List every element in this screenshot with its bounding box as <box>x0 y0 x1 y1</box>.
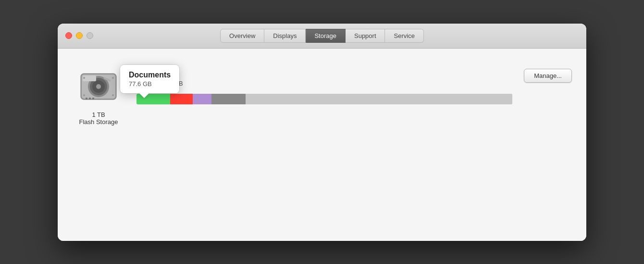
manage-button-container: Manage... <box>524 65 572 83</box>
drive-label-type: Flash Storage <box>79 118 118 126</box>
svg-point-9 <box>83 94 85 96</box>
disk-available: available of 1 TB <box>136 80 512 87</box>
maximize-button[interactable] <box>87 32 93 39</box>
svg-point-10 <box>112 77 114 79</box>
svg-rect-14 <box>92 98 94 100</box>
storage-tooltip: Documents 77.6 GB <box>120 65 179 93</box>
bar-segment-documents <box>170 94 193 104</box>
minimize-button[interactable] <box>76 32 83 39</box>
bar-segment-other <box>193 94 211 104</box>
titlebar: Overview Displays Storage Support Servic… <box>58 24 586 49</box>
drive-icon-container: 1 TB Flash Storage <box>72 65 125 126</box>
svg-point-8 <box>83 77 85 79</box>
tab-overview[interactable]: Overview <box>220 29 264 43</box>
tab-storage[interactable]: Storage <box>306 29 346 43</box>
disk-name: HD <box>136 67 512 78</box>
storage-bar <box>136 94 512 104</box>
drive-label-capacity: 1 TB <box>92 111 105 118</box>
close-button[interactable] <box>65 32 72 39</box>
tab-support[interactable]: Support <box>346 29 385 43</box>
tab-displays[interactable]: Displays <box>264 29 306 43</box>
content-area: Documents 77.6 GB <box>58 49 586 241</box>
manage-button[interactable]: Manage... <box>524 69 572 83</box>
tooltip-title: Documents <box>129 71 171 79</box>
svg-rect-12 <box>86 98 87 100</box>
svg-point-11 <box>112 94 114 96</box>
storage-info: HD available of 1 TB <box>136 65 512 104</box>
svg-rect-13 <box>89 98 91 100</box>
tooltip-value: 77.6 GB <box>129 80 171 88</box>
bar-segment-free <box>246 94 512 104</box>
tab-service[interactable]: Service <box>385 29 424 43</box>
tab-bar: Overview Displays Storage Support Servic… <box>220 29 424 43</box>
traffic-lights <box>65 32 93 39</box>
main-window: Overview Displays Storage Support Servic… <box>58 24 586 241</box>
drive-icon <box>77 65 120 108</box>
bar-segment-used <box>211 94 245 104</box>
svg-point-5 <box>96 84 101 89</box>
